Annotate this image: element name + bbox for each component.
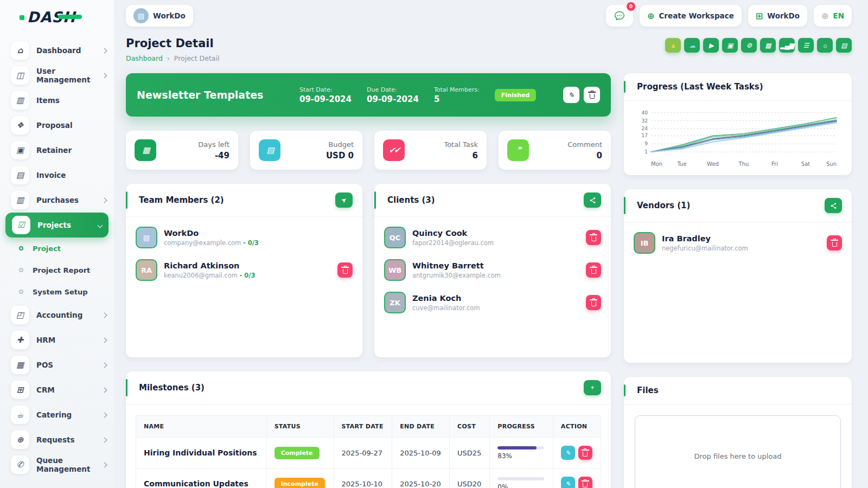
sidebar-item-label: Catering [36,410,103,419]
svg-text:1: 1 [644,149,648,155]
edit-milestone-button[interactable]: ✎ [561,446,575,460]
paper-plane-icon: ➤ [340,195,349,204]
files-title: Files [634,386,659,395]
sidebar-subitem-project[interactable]: Project [0,237,114,259]
member-name: WorkDo [164,229,259,237]
trash-icon [591,269,596,274]
globe-icon: ⊕ [821,11,828,21]
gear-icon[interactable]: ⚙ [741,38,757,53]
sidebar-item-label: Project Report [33,266,106,274]
file-icon[interactable]: ▤ [836,38,852,53]
edit-project-button[interactable]: ✎ [563,87,579,103]
app-root: DASH ⌂ Dashboard ◫ User Management [0,0,868,488]
sidebar-item-label: CRM [36,386,103,394]
stat-label: Days left [198,140,229,149]
topbar: ▤ WorkDo 0 ⊕ Create Workspace ⊞ WorkDo [114,0,868,31]
trash-icon [591,301,596,306]
sidebar-item-label: Items [36,96,106,105]
messages-button[interactable]: 0 [606,5,633,27]
sidebar-item-dashboard[interactable]: ⌂ Dashboard [0,38,114,63]
milestone-name: Communication Updates [136,468,267,488]
grid-icon: ⊞ [756,11,763,21]
kanban-icon[interactable]: ☰ [798,38,814,53]
remove-member-button[interactable] [337,262,353,278]
breadcrumb-home-link[interactable]: Dashboard [126,54,163,62]
stat-cards: ▦ Days left -49 ▤ Budget USD 0 [126,131,611,170]
brand-logo-text: DASH [27,9,75,25]
sidebar-subitem-system-setup[interactable]: System Setup [0,281,114,303]
sidebar-item-projects[interactable]: ☑ Projects [5,213,108,237]
sidebar-item-requests[interactable]: ⊕ Requests [0,427,114,452]
brand-logo[interactable]: DASH [0,0,114,34]
project-banner: Newsletter Templates Start Date: 09-09-2… [126,73,611,117]
sidebar-item-pos[interactable]: ▦ POS [0,352,114,377]
workspace-name: WorkDo [153,11,186,20]
remove-client-button[interactable] [586,262,601,278]
sidebar-item-items[interactable]: ▥ Items [0,88,114,113]
svg-text:Sun: Sun [826,161,837,167]
remove-vendor-button[interactable] [827,235,842,251]
project-name: Newsletter Templates [137,89,299,101]
start-date-field: Start Date: 09-09-2024 [299,86,352,104]
language-selector[interactable]: ⊕ EN [814,5,852,27]
bar-chart-icon[interactable]: ▂▄▆ [779,38,795,53]
col-name: NAME [136,416,267,438]
workspace-dropdown[interactable]: ⊞ WorkDo [748,5,807,27]
svg-text:24: 24 [642,126,648,131]
sidebar-item-hrm[interactable]: ✚ HRM [0,328,114,352]
sidebar-item-label: Retainer [36,146,106,155]
create-workspace-button[interactable]: ⊕ Create Workspace [640,5,742,27]
copy-icon[interactable]: ▣ [722,38,738,53]
avatar: QC [384,227,406,248]
stat-value: 0 [567,151,602,160]
sidebar-item-label: Invoice [36,171,106,179]
sidebar-item-user-management[interactable]: ◫ User Management [0,63,114,88]
share-clients-button[interactable] [584,192,601,208]
edit-milestone-button[interactable]: ✎ [561,477,575,488]
svg-text:Sat: Sat [801,161,810,167]
sidebar-item-queue-management[interactable]: ✆ Queue Management [0,452,114,477]
svg-text:17: 17 [642,133,648,138]
sidebar-item-catering[interactable]: ☕ Catering [0,402,114,427]
sidebar-item-accounting[interactable]: ◰ Accounting [0,303,114,328]
sidebar-item-purchases[interactable]: ▥ Purchases [0,188,114,213]
sidebar-item-icon: ✆ [11,455,29,474]
sidebar-item-label: HRM [36,336,103,344]
member-row: RA Richard Atkinson keanu2006@gmail.com … [136,259,353,281]
sidebar-subitem-project-report[interactable]: Project Report [0,259,114,281]
team-members-card: Team Members (2) ➤ ▤ WorkDo company@ex [126,184,362,357]
language-label: EN [833,11,844,20]
google-drive-icon[interactable]: ▲ [665,38,681,53]
sidebar-item-invoice[interactable]: ▤ Invoice [0,163,114,188]
sidebar-item-proposal[interactable]: ❖ Proposal [0,113,114,138]
settings-icon[interactable]: ☼ [817,38,833,53]
workspace-switcher[interactable]: ▤ WorkDo [126,5,193,27]
calendar-icon[interactable]: ▦ [760,38,776,53]
remove-client-button[interactable] [586,295,601,310]
trash-icon [832,242,837,247]
add-milestone-button[interactable]: + [584,380,601,395]
sidebar-item-crm[interactable]: ⊞ CRM [0,377,114,402]
delete-milestone-button[interactable] [578,477,592,488]
invite-member-button[interactable]: ➤ [335,192,353,208]
delete-milestone-button[interactable] [578,446,592,460]
progress-chart-card: Progress (Last Week Tasks) 1917243240Mon… [624,73,852,175]
sidebar-item-retainer[interactable]: ▣ Retainer [0,138,114,163]
video-plus-icon[interactable]: ▶ [703,38,719,53]
delete-project-button[interactable] [584,87,600,103]
member-email: keanu2006@gmail.com - 0/3 [164,272,256,279]
remove-client-button[interactable] [586,230,601,245]
total-members-field: Total Members: 5 [434,86,480,104]
svg-text:9: 9 [644,141,648,146]
breadcrumb-separator: › [167,54,170,62]
file-dropzone[interactable]: Drop files here to upload [635,415,841,488]
sidebar-item-icon: ☑ [12,216,30,234]
onedrive-icon[interactable]: ☁ [684,38,700,53]
pencil-icon: ✎ [569,91,575,99]
progress-bar [497,477,544,480]
trash-icon [591,236,596,241]
avatar: IB [634,232,655,254]
share-vendors-button[interactable] [825,198,842,213]
sidebar-item-icon: ◫ [11,66,29,85]
stat-card: ▤ Budget USD 0 [250,131,362,170]
